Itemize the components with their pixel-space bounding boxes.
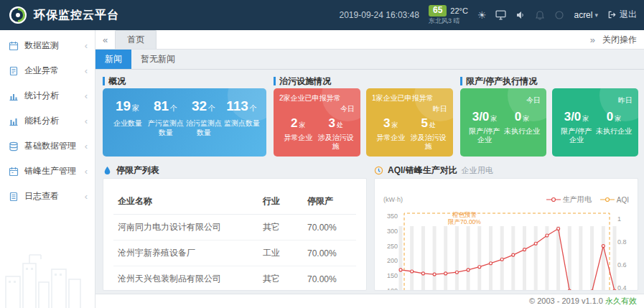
- title-accent-bar: [460, 77, 462, 85]
- svg-text:200: 200: [387, 257, 398, 264]
- sidebar-item-data-monitoring[interactable]: 数据监测 ‹: [0, 33, 95, 58]
- facility-title: 治污设施情况: [274, 74, 453, 88]
- close-operations-button[interactable]: 关闭操作: [602, 34, 637, 46]
- aqi-chart-card: (kW·h) 生产用电AQI 35030025020015010010.80.6…: [374, 178, 638, 291]
- collapse-tabs-icon[interactable]: «: [103, 34, 108, 45]
- overview-card: 19家 企业数量 81个 产污监测点数量 32个 治污监测点数量: [103, 88, 266, 157]
- calendar-icon: [9, 41, 19, 51]
- chevron-left-icon: ‹: [85, 166, 88, 177]
- facility-section: 治污设施情况 2家企业已申报异常 今日 2家 异常企业: [274, 74, 453, 157]
- droplet-icon: [103, 166, 112, 175]
- chevron-left-icon: ‹: [85, 191, 88, 202]
- sidebar-item-label: 能耗分析: [24, 115, 79, 127]
- legend-marker-icon: [600, 197, 615, 202]
- stop-list-panel: 停限产列表 企业名称 行业 停限产: [103, 162, 367, 291]
- stat-enterprises: 19家 企业数量: [108, 98, 146, 137]
- sidebar: 数据监测 ‹ 企业异常 ‹ 统计分析 ‹ 能耗分析 ‹: [0, 30, 95, 308]
- restriction-title: 限产/停产执行情况: [460, 74, 638, 88]
- expand-tabs-icon[interactable]: »: [590, 34, 595, 45]
- database-icon: [9, 141, 19, 151]
- tab-home[interactable]: 首页: [115, 30, 157, 49]
- stat-nonexecuting-enterprises: 0家 未执行企业: [503, 110, 541, 144]
- aqi-panel-subtitle: 企业用电: [462, 165, 493, 176]
- chevron-left-icon: ‹: [85, 116, 88, 126]
- stop-list-card: 企业名称 行业 停限产 河南同力电力设计有限公司 其它 70.00%: [103, 178, 367, 291]
- overview-title: 概况: [103, 74, 266, 88]
- sidebar-item-base-data[interactable]: 基础数据管理 ‹: [0, 134, 95, 159]
- svg-text:1: 1: [617, 215, 621, 223]
- stat-monitor-points: 113个 监测点数量: [223, 98, 261, 137]
- title-accent-bar: [103, 77, 105, 85]
- caret-down-icon: ▾: [594, 11, 598, 19]
- aqi-badge: 65: [429, 5, 447, 16]
- stat-pollution-points: 81个 产污监测点数量: [146, 98, 185, 137]
- sidebar-item-peak-production[interactable]: 错峰生产管理 ‹: [0, 159, 95, 184]
- sidebar-item-label: 统计分析: [24, 90, 79, 102]
- svg-text:250: 250: [387, 243, 398, 250]
- sidebar-item-logs[interactable]: 日志查看 ‹: [0, 184, 95, 209]
- sidebar-item-statistics[interactable]: 统计分析 ‹: [0, 83, 95, 108]
- stat-restricted-enterprises: 3/0家 限产/停产企业: [558, 110, 595, 144]
- svg-text:100: 100: [387, 287, 398, 291]
- page-tab-bar: « 首页 » 关闭操作: [95, 30, 644, 50]
- table-row: 河南同力电力设计有限公司 其它 70.00%: [113, 215, 356, 241]
- facility-card-yesterday: 1家企业已申报异常 昨日 3家 异常企业 5处 涉及治污设施: [366, 88, 453, 157]
- bell-icon[interactable]: [535, 10, 545, 20]
- tab-no-news[interactable]: 暂无新闻: [131, 50, 185, 69]
- wind-label: 东北风3 晴: [429, 18, 468, 25]
- stop-list-table: 企业名称 行业 停限产 河南同力电力设计有限公司 其它 70.00%: [113, 189, 356, 291]
- footer: © 2003 - 2019 v1.1.0 永久有效: [95, 294, 644, 308]
- sidebar-item-enterprise-abnormal[interactable]: 企业异常 ‹: [0, 58, 95, 83]
- legend-marker-icon: [546, 197, 561, 202]
- stat-facilities-involved: 5处 涉及治污设施: [410, 116, 447, 151]
- aqi-line-chart: 35030025020015010010.80.60.4橙色预警限产70.00%: [378, 206, 629, 291]
- svg-text:0.4: 0.4: [617, 284, 627, 291]
- legend-label: AQI: [617, 196, 629, 204]
- tab-news[interactable]: 新闻: [95, 50, 131, 69]
- info-icon: [374, 166, 383, 175]
- day-badge: 今日: [279, 104, 355, 114]
- svg-text:限产70.00%: 限产70.00%: [448, 218, 481, 225]
- app-logo-icon: [9, 6, 27, 24]
- legend-item[interactable]: 生产用电: [546, 195, 592, 205]
- aqi-panel: AQI/错峰生产对比 企业用电 (kW·h) 生产用电AQI 350300250…: [374, 162, 638, 291]
- datetime: 2019-09-24 16:03:48: [340, 10, 419, 20]
- sidebar-item-label: 企业异常: [24, 65, 79, 77]
- svg-text:350: 350: [387, 213, 398, 220]
- sidebar-item-energy-analysis[interactable]: 能耗分析 ‹: [0, 108, 95, 134]
- app-title: 环保监控云平台: [34, 8, 119, 23]
- logout-button[interactable]: 退出: [607, 9, 637, 21]
- copyright-text: © 2003 - 2019 v1.1.0: [529, 297, 603, 305]
- stat-abnormal-enterprises: 3家 异常企业: [372, 116, 409, 151]
- header-right: 2019-09-24 16:03:48 65 22°C 东北风3 晴 ☀ acr…: [340, 5, 637, 24]
- city-skyline: [0, 242, 95, 308]
- sidebar-item-label: 日志查看: [24, 190, 79, 202]
- column-header: 停限产: [303, 189, 356, 215]
- legend-label: 生产用电: [563, 195, 592, 205]
- svg-text:0.6: 0.6: [617, 261, 627, 269]
- day-badge: 昨日: [558, 95, 633, 106]
- sidebar-item-label: 错峰生产管理: [24, 165, 79, 177]
- svg-text:150: 150: [387, 272, 398, 279]
- legend-item[interactable]: AQI: [600, 195, 629, 205]
- chevron-left-icon: ‹: [85, 65, 88, 76]
- svg-text:橙色预警: 橙色预警: [452, 211, 477, 218]
- schedule-icon: [9, 167, 19, 177]
- stat-nonexecuting-enterprises: 0家 未执行企业: [595, 110, 633, 144]
- circle-icon[interactable]: [554, 10, 564, 20]
- logout-label: 退出: [620, 9, 637, 21]
- table-header-row: 企业名称 行业 停限产: [113, 189, 356, 215]
- app-header: 环保监控云平台 2019-09-24 16:03:48 65 22°C 东北风3…: [0, 0, 644, 30]
- user-menu[interactable]: acrel ▾: [574, 10, 598, 20]
- y-axis-unit-label: (kW·h): [383, 196, 403, 203]
- stat-restricted-enterprises: 3/0家 限产/停产企业: [466, 110, 503, 144]
- overview-section: 概况 19家 企业数量 81个 产污监测点数量: [103, 74, 266, 157]
- monitor-icon[interactable]: [495, 9, 506, 20]
- speaker-icon[interactable]: [515, 10, 526, 20]
- sun-icon: ☀: [477, 9, 487, 21]
- chart-legend: 生产用电AQI: [538, 195, 629, 205]
- chevron-left-icon: ‹: [85, 40, 88, 51]
- sidebar-item-label: 基础数据管理: [24, 140, 79, 152]
- brand: 环保监控云平台: [9, 6, 119, 24]
- energy-chart-icon: [9, 116, 19, 126]
